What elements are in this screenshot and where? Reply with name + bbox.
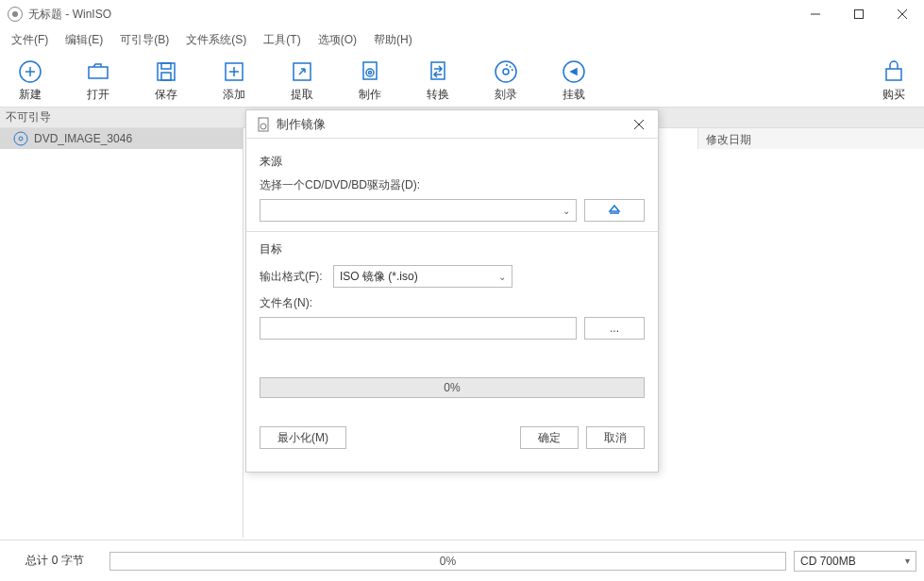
svg-point-22 [14,132,27,145]
browse-button[interactable]: ... [584,317,645,340]
burn-button[interactable]: 刻录 [483,58,529,103]
svg-point-25 [260,124,266,129]
mount-icon [561,58,587,85]
menu-boot[interactable]: 可引导(B) [114,30,175,50]
buy-button[interactable]: 购买 [871,58,916,103]
media-select[interactable]: CD 700MB ▾ [794,551,916,572]
dialog-close-button[interactable] [630,115,648,134]
extract-button[interactable]: 提取 [279,58,325,103]
toolbar: 新建 打开 保存 添加 提取 制作 转换 刻录 挂载 购买 [0,51,924,108]
disc-icon [13,131,28,146]
titlebar: 无标题 - WinISO [0,0,924,28]
convert-button[interactable]: 转换 [415,58,461,103]
source-section-label: 来源 [260,154,645,170]
chevron-down-icon: ▾ [905,556,910,566]
menu-help[interactable]: 帮助(H) [368,30,418,50]
maximize-window-button[interactable] [837,0,881,28]
dialog-titlebar: 制作镜像 [246,110,658,139]
convert-label: 转换 [427,87,449,103]
filename-input[interactable] [260,317,577,340]
menu-options[interactable]: 选项(O) [312,30,362,50]
dialog-progress: 0% [260,377,645,398]
svg-point-16 [369,72,372,75]
cancel-button[interactable]: 取消 [586,426,645,449]
save-icon [153,58,179,85]
mount-label: 挂载 [563,87,585,103]
svg-point-19 [503,69,509,75]
dialog-title: 制作镜像 [277,116,326,133]
menubar: 文件(F) 编辑(E) 可引导(B) 文件系统(S) 工具(T) 选项(O) 帮… [0,28,924,51]
pathbar-text: 不可引导 [6,109,51,125]
filename-label: 文件名(N): [260,295,645,311]
close-window-button[interactable] [881,0,924,28]
output-format-label: 输出格式(F): [260,269,326,285]
extract-label: 提取 [291,87,313,103]
svg-point-15 [366,69,374,76]
statusbar: 总计 0 字节 0% CD 700MB ▾ [0,540,924,581]
minimize-button[interactable]: 最小化(M) [260,426,346,449]
svg-rect-7 [158,63,175,80]
app-icon [8,7,23,22]
burn-label: 刻录 [495,87,517,103]
minimize-window-button[interactable] [794,0,837,28]
buy-icon [881,58,907,85]
new-label: 新建 [19,87,42,103]
drive-select-label: 选择一个CD/DVD/BD驱动器(D): [260,177,645,193]
eject-button[interactable] [584,199,645,222]
new-button[interactable]: 新建 [8,58,53,103]
make-image-dialog: 制作镜像 来源 选择一个CD/DVD/BD驱动器(D): ⌄ 目标 输出格式(F… [245,109,659,473]
svg-rect-21 [886,69,901,80]
make-icon [357,58,383,85]
media-value: CD 700MB [800,555,856,568]
divider [246,231,658,232]
svg-rect-9 [161,73,171,80]
open-label: 打开 [87,87,109,103]
output-format-select[interactable]: ISO 镜像 (*.iso) ⌄ [333,265,512,288]
make-button[interactable]: 制作 [347,58,393,103]
make-image-icon [256,117,271,132]
burn-icon [493,58,519,85]
svg-rect-1 [855,10,864,19]
menu-file[interactable]: 文件(F) [6,30,54,50]
status-total: 总计 0 字节 [8,553,102,569]
svg-point-23 [19,137,23,141]
sidebar-item-image[interactable]: DVD_IMAGE_3046 [0,128,243,149]
eject-icon [608,204,621,217]
convert-icon [425,58,451,85]
add-button[interactable]: 添加 [211,58,257,103]
sidebar-item-label: DVD_IMAGE_3046 [34,132,132,145]
sidebar: DVD_IMAGE_3046 [0,128,244,538]
open-icon [85,58,111,85]
save-button[interactable]: 保存 [143,58,189,103]
add-icon [221,58,247,85]
svg-rect-17 [431,62,445,79]
status-progress: 0% [109,552,786,571]
output-format-value: ISO 镜像 (*.iso) [340,269,418,285]
add-label: 添加 [223,87,245,103]
mount-button[interactable]: 挂载 [551,58,596,103]
make-label: 制作 [359,87,381,103]
menu-edit[interactable]: 编辑(E) [59,30,109,50]
menu-tools[interactable]: 工具(T) [258,30,306,50]
drive-select[interactable]: ⌄ [260,199,577,222]
save-label: 保存 [155,87,177,103]
window-title: 无标题 - WinISO [28,7,111,23]
extract-icon [289,58,315,85]
chevron-down-icon: ⌄ [563,206,570,216]
column-header-date[interactable]: 修改日期 [697,128,924,149]
dest-section-label: 目标 [260,241,645,257]
open-button[interactable]: 打开 [76,58,121,103]
menu-filesystem[interactable]: 文件系统(S) [180,30,252,50]
svg-rect-8 [161,63,171,69]
chevron-down-icon: ⌄ [498,272,506,282]
new-icon [17,58,43,85]
buy-label: 购买 [882,87,905,103]
ok-button[interactable]: 确定 [520,426,579,449]
